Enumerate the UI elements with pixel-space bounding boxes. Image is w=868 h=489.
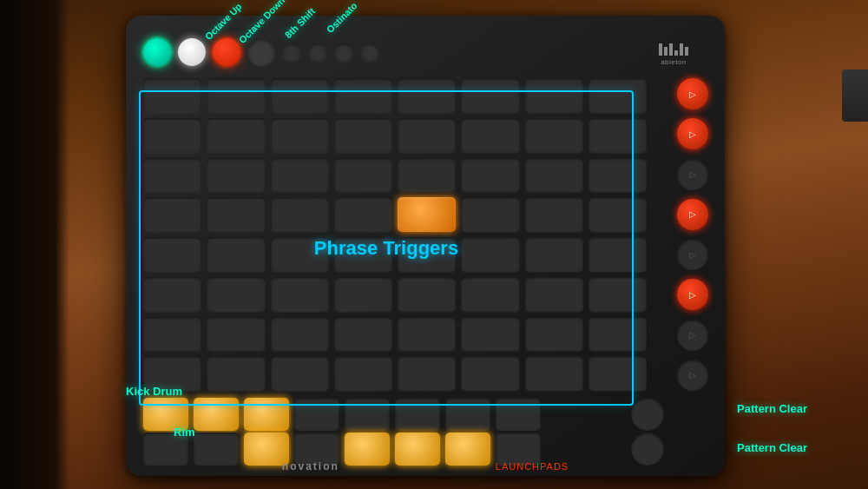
pad-r7c6[interactable] [461,317,519,352]
pad-r1c3[interactable] [271,78,329,113]
kick-pad-6[interactable] [395,398,440,431]
pad-grid [143,78,647,391]
pad-r4c7[interactable] [525,197,583,232]
pad-r8c8[interactable] [589,356,647,391]
pad-r8c6[interactable] [461,356,519,391]
pad-r5c8[interactable] [589,237,647,272]
pad-r1c2[interactable] [207,78,265,113]
pad-r6c1[interactable] [143,277,201,312]
pad-r3c4[interactable] [334,158,392,193]
pad-r7c4[interactable] [334,317,392,352]
pad-r5c6[interactable] [461,237,519,272]
pad-r1c6[interactable] [461,78,519,113]
pad-r4c8[interactable] [589,197,647,232]
pad-r4c1[interactable] [143,197,201,232]
pad-r8c2[interactable] [207,356,265,391]
pad-r7c2[interactable] [207,317,265,352]
pad-r3c2[interactable] [207,158,265,193]
pad-r1c4[interactable] [334,78,392,113]
pad-r3c1[interactable] [143,158,201,193]
pad-r5c2[interactable] [207,237,265,272]
pattern-clear-btn-2[interactable] [631,433,664,466]
kick-pad-1[interactable] [143,398,188,431]
usb-cable [842,69,868,122]
arrow-btn-7[interactable]: ▷ [677,320,708,351]
top-btn-user1[interactable] [308,43,327,62]
pad-r8c7[interactable] [525,356,583,391]
pad-r4c3[interactable] [271,197,329,232]
pad-r2c1[interactable] [143,118,201,153]
kick-pad-7[interactable] [445,398,490,431]
pad-r2c5[interactable] [398,118,456,153]
pad-r3c8[interactable] [589,158,647,193]
top-btn-1[interactable] [143,38,171,66]
arrow-btn-8[interactable]: ▷ [677,360,708,391]
pad-r7c7[interactable] [525,317,583,352]
pad-r1c5[interactable] [398,78,456,113]
kick-pad-5[interactable] [345,398,390,431]
pad-r4c6[interactable] [461,197,519,232]
top-btn-4[interactable] [247,38,275,66]
pad-r2c4[interactable] [334,118,392,153]
arrow-btn-5[interactable]: ▷ [677,239,708,270]
pad-r6c8[interactable] [589,277,647,312]
pad-r6c2[interactable] [207,277,265,312]
top-btn-2[interactable] [178,38,206,66]
top-btn-user2[interactable] [334,43,353,62]
kick-pad-4[interactable] [294,398,339,431]
pad-r6c5[interactable] [398,277,456,312]
pad-r5c4[interactable] [334,237,392,272]
arrow-btn-2[interactable]: ▷ [677,118,708,149]
pad-r2c2[interactable] [207,118,265,153]
pad-r2c3[interactable] [271,118,329,153]
top-btn-mixer[interactable] [360,43,379,62]
arrow-btn-4[interactable]: ▷ [677,199,708,230]
pad-r2c8[interactable] [589,118,647,153]
pad-r4c5[interactable] [398,197,456,232]
pad-r7c8[interactable] [589,317,647,352]
kick-pad-3[interactable] [244,398,289,431]
kick-pad-8[interactable] [496,398,541,431]
pad-r5c7[interactable] [525,237,583,272]
pad-r6c4[interactable] [334,277,392,312]
pad-r4c4[interactable] [334,197,392,232]
pad-r4c2[interactable] [207,197,265,232]
arrow-btn-1[interactable]: ▷ [677,78,708,109]
pad-r7c3[interactable] [271,317,329,352]
pad-r8c3[interactable] [271,356,329,391]
arrow-btn-3[interactable]: ▷ [677,159,708,190]
pad-r1c8[interactable] [589,78,647,113]
pad-r5c3[interactable] [271,237,329,272]
right-arrow-buttons: ▷ ▷ ▷ ▷ ▷ ▷ ▷ ▷ [673,78,712,391]
pad-r6c3[interactable] [271,277,329,312]
pad-r6c7[interactable] [525,277,583,312]
kick-pad-2[interactable] [194,398,239,431]
pad-r8c5[interactable] [398,356,456,391]
pattern-clear-btn-1[interactable] [631,398,664,431]
pad-r3c5[interactable] [398,158,456,193]
pad-r3c6[interactable] [461,158,519,193]
pad-r5c1[interactable] [143,237,201,272]
dark-left-edge [0,0,69,489]
pad-r7c5[interactable] [398,317,456,352]
pad-r6c6[interactable] [461,277,519,312]
pad-r2c7[interactable] [525,118,583,153]
top-button-row: ableton [143,28,707,76]
pad-r1c1[interactable] [143,78,201,113]
pad-r2c6[interactable] [461,118,519,153]
top-btn-3[interactable] [213,38,240,66]
top-btn-session[interactable] [282,43,301,62]
pad-r8c4[interactable] [334,356,392,391]
pad-r8c1[interactable] [143,356,201,391]
pad-r5c5[interactable] [398,237,456,272]
ableton-bars-icon [659,43,688,56]
pad-r3c3[interactable] [271,158,329,193]
rim-pad-2[interactable] [194,433,239,466]
ableton-text: ableton [661,58,687,66]
pad-r1c7[interactable] [525,78,583,113]
pad-r3c7[interactable] [525,158,583,193]
pad-r7c1[interactable] [143,317,201,352]
ableton-logo: ableton [659,43,688,66]
arrow-btn-6[interactable]: ▷ [677,279,708,310]
rim-pad-1[interactable] [143,433,188,466]
